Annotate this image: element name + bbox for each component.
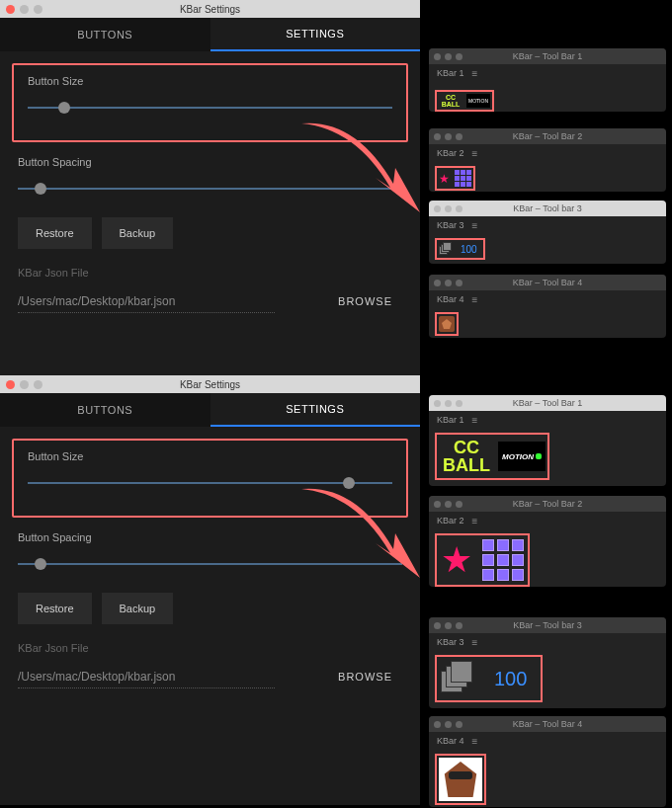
button-size-label: Button Size xyxy=(28,75,392,87)
layers-button[interactable] xyxy=(441,661,476,696)
menu-icon[interactable]: ≡ xyxy=(472,220,478,231)
toolbar-window-1-small: KBar – Tool Bar 1 KBar 1≡ CCBALL MOTION xyxy=(429,48,666,112)
toolbar-name: KBar 2 xyxy=(437,516,464,525)
slider-thumb[interactable] xyxy=(35,558,46,570)
titlebar[interactable]: KBar – Tool Bar 1 xyxy=(429,48,666,64)
toolbar-window-2-large: KBar – Tool Bar 2 KBar 2≡ ★ xyxy=(429,496,666,587)
toolbar-header: KBar 3≡ xyxy=(429,216,666,234)
button-spacing-slider[interactable] xyxy=(18,180,402,200)
browse-button[interactable]: BROWSE xyxy=(328,665,402,688)
button-row: Restore Backup xyxy=(18,593,402,624)
titlebar[interactable]: KBar – Tool Bar 4 xyxy=(429,275,666,290)
toolbar-buttons-highlight: 100 xyxy=(435,655,543,702)
motion-button[interactable]: MOTION xyxy=(498,442,546,471)
toolbar-window-4-small: KBar – Tool Bar 4 KBar 4≡ xyxy=(429,275,666,338)
tab-buttons[interactable]: BUTTONS xyxy=(0,393,210,427)
layers-button[interactable] xyxy=(439,242,453,256)
toolbar-window-1-large: KBar – Tool Bar 1 KBar 1≡ CCBALL MOTION xyxy=(429,395,666,486)
toolbar-header: KBar 4≡ xyxy=(429,290,666,308)
toolbar-buttons-highlight: CCBALL MOTION xyxy=(435,90,494,112)
json-file-row: KBar Json File BROWSE xyxy=(18,267,402,313)
menu-icon[interactable]: ≡ xyxy=(472,637,478,648)
tab-settings[interactable]: SETTINGS xyxy=(210,393,421,427)
titlebar[interactable]: KBar – Tool Bar 4 xyxy=(429,716,666,732)
window-title: KBar – Tool Bar 1 xyxy=(429,51,666,61)
menu-icon[interactable]: ≡ xyxy=(472,736,478,747)
grid-button[interactable] xyxy=(482,539,524,581)
window-title: KBar – Tool Bar 4 xyxy=(429,278,666,287)
json-file-input[interactable] xyxy=(18,290,275,313)
menu-icon[interactable]: ≡ xyxy=(472,148,478,159)
button-spacing-slider[interactable] xyxy=(18,555,402,575)
tab-bar: BUTTONS SETTINGS xyxy=(0,393,420,427)
toolbar-name: KBar 1 xyxy=(437,415,464,425)
toolbar-name: KBar 1 xyxy=(437,68,464,78)
slider-track xyxy=(18,563,402,565)
tab-buttons[interactable]: BUTTONS xyxy=(0,18,210,51)
toolbar-window-3-small: KBar – Tool bar 3 KBar 3≡ 100 xyxy=(429,201,666,264)
ccball-button[interactable]: CCBALL xyxy=(439,94,462,108)
tab-settings[interactable]: SETTINGS xyxy=(210,18,421,51)
slider-track xyxy=(18,188,402,190)
toolbar-name: KBar 4 xyxy=(437,294,464,304)
backup-button[interactable]: Backup xyxy=(102,593,174,624)
toolbar-buttons-highlight: ★ xyxy=(435,533,530,587)
toolbar-header: KBar 2≡ xyxy=(429,512,666,529)
json-file-label: KBar Json File xyxy=(18,267,328,279)
menu-icon[interactable]: ≡ xyxy=(472,294,478,305)
grid-button[interactable] xyxy=(455,170,471,187)
browse-button[interactable]: BROWSE xyxy=(328,289,402,313)
titlebar[interactable]: KBar Settings xyxy=(0,375,420,393)
window-title: KBar – Tool Bar 2 xyxy=(429,499,666,509)
motion-button[interactable]: MOTION xyxy=(466,94,490,108)
button-size-highlight: Button Size xyxy=(12,63,408,142)
toolbar-buttons-highlight: 100 xyxy=(435,238,485,260)
toolbar-header: KBar 1≡ xyxy=(429,64,666,82)
settings-content: Button Size Button Spacing Restore Backu… xyxy=(0,51,420,325)
star-button[interactable]: ★ xyxy=(439,173,451,185)
toolbar-name: KBar 2 xyxy=(437,148,464,158)
button-size-slider[interactable] xyxy=(28,474,392,494)
titlebar[interactable]: KBar – Tool Bar 2 xyxy=(429,128,666,144)
number-button[interactable]: 100 xyxy=(484,668,537,690)
window-title: KBar – Tool bar 3 xyxy=(429,620,666,630)
toolbar-header: KBar 3≡ xyxy=(429,633,666,651)
horse-button[interactable] xyxy=(439,316,455,332)
toolbar-header: KBar 2≡ xyxy=(429,144,666,162)
backup-button[interactable]: Backup xyxy=(102,217,174,249)
number-button[interactable]: 100 xyxy=(457,244,481,255)
window-title: KBar – Tool Bar 1 xyxy=(429,398,666,408)
toolbar-buttons-highlight: ★ xyxy=(435,166,475,191)
slider-thumb[interactable] xyxy=(58,102,70,114)
window-title: KBar – Tool Bar 2 xyxy=(429,131,666,141)
restore-button[interactable]: Restore xyxy=(18,593,92,624)
titlebar[interactable]: KBar – Tool bar 3 xyxy=(429,201,666,216)
toolbar-name: KBar 3 xyxy=(437,220,464,230)
toolbar-name: KBar 3 xyxy=(437,637,464,647)
titlebar[interactable]: KBar Settings xyxy=(0,0,420,18)
ccball-button[interactable]: CCBALL xyxy=(439,437,494,476)
horse-button[interactable] xyxy=(439,758,482,801)
toolbar-window-2-small: KBar – Tool Bar 2 KBar 2≡ ★ xyxy=(429,128,666,192)
kbar-settings-window-large: KBar Settings BUTTONS SETTINGS Button Si… xyxy=(0,375,420,805)
titlebar[interactable]: KBar – Tool Bar 1 xyxy=(429,395,666,411)
tab-bar: BUTTONS SETTINGS xyxy=(0,18,420,51)
menu-icon[interactable]: ≡ xyxy=(472,516,478,526)
slider-track xyxy=(28,107,392,109)
settings-content: Button Size Button Spacing Restore Backu… xyxy=(0,427,420,700)
titlebar[interactable]: KBar – Tool Bar 2 xyxy=(429,496,666,512)
restore-button[interactable]: Restore xyxy=(18,217,92,249)
slider-thumb[interactable] xyxy=(343,477,355,489)
button-spacing-label: Button Spacing xyxy=(18,531,402,543)
menu-icon[interactable]: ≡ xyxy=(472,68,478,79)
window-title: KBar – Tool Bar 4 xyxy=(429,719,666,729)
window-title: KBar Settings xyxy=(0,4,420,15)
menu-icon[interactable]: ≡ xyxy=(472,415,478,426)
titlebar[interactable]: KBar – Tool bar 3 xyxy=(429,617,666,633)
star-button[interactable]: ★ xyxy=(441,545,472,575)
json-file-input[interactable] xyxy=(18,666,275,688)
slider-thumb[interactable] xyxy=(35,183,46,195)
button-size-label: Button Size xyxy=(28,450,392,462)
button-size-slider[interactable] xyxy=(28,99,392,119)
button-row: Restore Backup xyxy=(18,217,402,249)
